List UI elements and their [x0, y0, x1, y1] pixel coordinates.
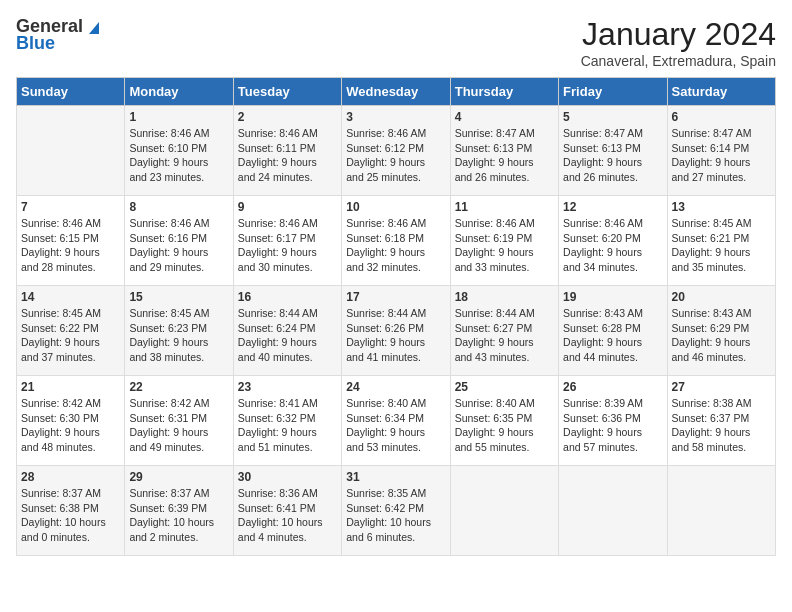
day-number: 16: [238, 290, 337, 304]
day-info: Sunrise: 8:45 AM Sunset: 6:21 PM Dayligh…: [672, 216, 771, 275]
day-info: Sunrise: 8:37 AM Sunset: 6:39 PM Dayligh…: [129, 486, 228, 545]
logo-blue: Blue: [16, 33, 55, 54]
day-info: Sunrise: 8:47 AM Sunset: 6:13 PM Dayligh…: [455, 126, 554, 185]
calendar-table: SundayMondayTuesdayWednesdayThursdayFrid…: [16, 77, 776, 556]
day-number: 31: [346, 470, 445, 484]
calendar-cell: 30Sunrise: 8:36 AM Sunset: 6:41 PM Dayli…: [233, 466, 341, 556]
calendar-cell: 3Sunrise: 8:46 AM Sunset: 6:12 PM Daylig…: [342, 106, 450, 196]
day-info: Sunrise: 8:47 AM Sunset: 6:13 PM Dayligh…: [563, 126, 662, 185]
day-number: 10: [346, 200, 445, 214]
calendar-cell: 29Sunrise: 8:37 AM Sunset: 6:39 PM Dayli…: [125, 466, 233, 556]
calendar-cell: 10Sunrise: 8:46 AM Sunset: 6:18 PM Dayli…: [342, 196, 450, 286]
day-number: 28: [21, 470, 120, 484]
day-number: 6: [672, 110, 771, 124]
day-number: 11: [455, 200, 554, 214]
svg-marker-0: [89, 22, 99, 34]
calendar-week-row: 1Sunrise: 8:46 AM Sunset: 6:10 PM Daylig…: [17, 106, 776, 196]
calendar-cell: [559, 466, 667, 556]
day-number: 19: [563, 290, 662, 304]
calendar-cell: [450, 466, 558, 556]
calendar-cell: 26Sunrise: 8:39 AM Sunset: 6:36 PM Dayli…: [559, 376, 667, 466]
header-tuesday: Tuesday: [233, 78, 341, 106]
day-number: 30: [238, 470, 337, 484]
calendar-cell: 22Sunrise: 8:42 AM Sunset: 6:31 PM Dayli…: [125, 376, 233, 466]
day-info: Sunrise: 8:39 AM Sunset: 6:36 PM Dayligh…: [563, 396, 662, 455]
calendar-cell: 27Sunrise: 8:38 AM Sunset: 6:37 PM Dayli…: [667, 376, 775, 466]
calendar-cell: 1Sunrise: 8:46 AM Sunset: 6:10 PM Daylig…: [125, 106, 233, 196]
calendar-cell: 2Sunrise: 8:46 AM Sunset: 6:11 PM Daylig…: [233, 106, 341, 196]
title-block: January 2024 Canaveral, Extremadura, Spa…: [581, 16, 776, 69]
header-monday: Monday: [125, 78, 233, 106]
calendar-cell: 18Sunrise: 8:44 AM Sunset: 6:27 PM Dayli…: [450, 286, 558, 376]
day-info: Sunrise: 8:40 AM Sunset: 6:35 PM Dayligh…: [455, 396, 554, 455]
logo-triangle-icon: [85, 18, 103, 36]
day-info: Sunrise: 8:42 AM Sunset: 6:30 PM Dayligh…: [21, 396, 120, 455]
day-number: 29: [129, 470, 228, 484]
day-info: Sunrise: 8:46 AM Sunset: 6:17 PM Dayligh…: [238, 216, 337, 275]
day-number: 25: [455, 380, 554, 394]
calendar-cell: 19Sunrise: 8:43 AM Sunset: 6:28 PM Dayli…: [559, 286, 667, 376]
day-number: 4: [455, 110, 554, 124]
day-info: Sunrise: 8:46 AM Sunset: 6:19 PM Dayligh…: [455, 216, 554, 275]
calendar-cell: 20Sunrise: 8:43 AM Sunset: 6:29 PM Dayli…: [667, 286, 775, 376]
calendar-cell: [17, 106, 125, 196]
day-info: Sunrise: 8:45 AM Sunset: 6:23 PM Dayligh…: [129, 306, 228, 365]
day-number: 21: [21, 380, 120, 394]
day-number: 26: [563, 380, 662, 394]
calendar-cell: 5Sunrise: 8:47 AM Sunset: 6:13 PM Daylig…: [559, 106, 667, 196]
day-number: 2: [238, 110, 337, 124]
day-info: Sunrise: 8:35 AM Sunset: 6:42 PM Dayligh…: [346, 486, 445, 545]
day-info: Sunrise: 8:46 AM Sunset: 6:16 PM Dayligh…: [129, 216, 228, 275]
calendar-cell: 25Sunrise: 8:40 AM Sunset: 6:35 PM Dayli…: [450, 376, 558, 466]
day-info: Sunrise: 8:46 AM Sunset: 6:15 PM Dayligh…: [21, 216, 120, 275]
calendar-cell: 24Sunrise: 8:40 AM Sunset: 6:34 PM Dayli…: [342, 376, 450, 466]
page-title: January 2024: [581, 16, 776, 53]
calendar-cell: 9Sunrise: 8:46 AM Sunset: 6:17 PM Daylig…: [233, 196, 341, 286]
day-number: 8: [129, 200, 228, 214]
day-number: 1: [129, 110, 228, 124]
day-info: Sunrise: 8:40 AM Sunset: 6:34 PM Dayligh…: [346, 396, 445, 455]
header-thursday: Thursday: [450, 78, 558, 106]
calendar-cell: 15Sunrise: 8:45 AM Sunset: 6:23 PM Dayli…: [125, 286, 233, 376]
day-info: Sunrise: 8:47 AM Sunset: 6:14 PM Dayligh…: [672, 126, 771, 185]
day-number: 27: [672, 380, 771, 394]
calendar-cell: 23Sunrise: 8:41 AM Sunset: 6:32 PM Dayli…: [233, 376, 341, 466]
calendar-header-row: SundayMondayTuesdayWednesdayThursdayFrid…: [17, 78, 776, 106]
day-number: 15: [129, 290, 228, 304]
day-number: 12: [563, 200, 662, 214]
logo: General Blue: [16, 16, 103, 54]
day-info: Sunrise: 8:44 AM Sunset: 6:24 PM Dayligh…: [238, 306, 337, 365]
calendar-cell: 13Sunrise: 8:45 AM Sunset: 6:21 PM Dayli…: [667, 196, 775, 286]
day-info: Sunrise: 8:46 AM Sunset: 6:11 PM Dayligh…: [238, 126, 337, 185]
calendar-week-row: 7Sunrise: 8:46 AM Sunset: 6:15 PM Daylig…: [17, 196, 776, 286]
day-info: Sunrise: 8:46 AM Sunset: 6:10 PM Dayligh…: [129, 126, 228, 185]
calendar-cell: 21Sunrise: 8:42 AM Sunset: 6:30 PM Dayli…: [17, 376, 125, 466]
day-info: Sunrise: 8:46 AM Sunset: 6:12 PM Dayligh…: [346, 126, 445, 185]
page-header: General Blue January 2024 Canaveral, Ext…: [16, 16, 776, 69]
day-info: Sunrise: 8:42 AM Sunset: 6:31 PM Dayligh…: [129, 396, 228, 455]
calendar-cell: 17Sunrise: 8:44 AM Sunset: 6:26 PM Dayli…: [342, 286, 450, 376]
calendar-cell: 6Sunrise: 8:47 AM Sunset: 6:14 PM Daylig…: [667, 106, 775, 196]
calendar-cell: 12Sunrise: 8:46 AM Sunset: 6:20 PM Dayli…: [559, 196, 667, 286]
calendar-week-row: 21Sunrise: 8:42 AM Sunset: 6:30 PM Dayli…: [17, 376, 776, 466]
day-info: Sunrise: 8:44 AM Sunset: 6:26 PM Dayligh…: [346, 306, 445, 365]
calendar-cell: 11Sunrise: 8:46 AM Sunset: 6:19 PM Dayli…: [450, 196, 558, 286]
calendar-cell: 28Sunrise: 8:37 AM Sunset: 6:38 PM Dayli…: [17, 466, 125, 556]
day-number: 20: [672, 290, 771, 304]
header-saturday: Saturday: [667, 78, 775, 106]
day-number: 3: [346, 110, 445, 124]
day-info: Sunrise: 8:46 AM Sunset: 6:20 PM Dayligh…: [563, 216, 662, 275]
calendar-week-row: 28Sunrise: 8:37 AM Sunset: 6:38 PM Dayli…: [17, 466, 776, 556]
calendar-cell: 8Sunrise: 8:46 AM Sunset: 6:16 PM Daylig…: [125, 196, 233, 286]
calendar-cell: [667, 466, 775, 556]
day-info: Sunrise: 8:41 AM Sunset: 6:32 PM Dayligh…: [238, 396, 337, 455]
day-number: 5: [563, 110, 662, 124]
day-info: Sunrise: 8:43 AM Sunset: 6:29 PM Dayligh…: [672, 306, 771, 365]
day-number: 17: [346, 290, 445, 304]
day-number: 7: [21, 200, 120, 214]
day-number: 24: [346, 380, 445, 394]
day-info: Sunrise: 8:45 AM Sunset: 6:22 PM Dayligh…: [21, 306, 120, 365]
day-number: 14: [21, 290, 120, 304]
day-info: Sunrise: 8:37 AM Sunset: 6:38 PM Dayligh…: [21, 486, 120, 545]
header-friday: Friday: [559, 78, 667, 106]
